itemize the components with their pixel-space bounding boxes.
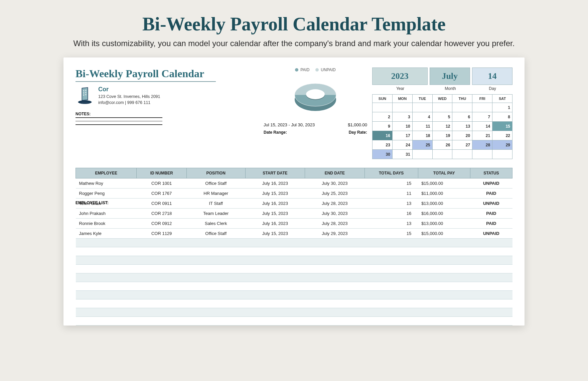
- cell-start[interactable]: July 15, 2023: [245, 188, 305, 199]
- calendar-cell[interactable]: 25: [412, 140, 432, 150]
- calendar-cell[interactable]: 21: [472, 131, 492, 140]
- cell-days[interactable]: 11: [364, 188, 418, 199]
- calendar-cell[interactable]: 13: [452, 122, 472, 131]
- table-row[interactable]: Torn FurlanCOR 0911IT StaffJuly 16, 2023…: [76, 199, 512, 209]
- calendar-cell[interactable]: [412, 103, 432, 112]
- cell-status[interactable]: UNPAID: [470, 178, 512, 188]
- employee-table[interactable]: EMPLOYEEID NUMBERPOSITIONSTART DATEEND D…: [76, 168, 512, 326]
- calendar-cell[interactable]: [432, 103, 452, 112]
- calendar-cell[interactable]: [412, 150, 432, 159]
- table-row[interactable]: Ronnie BrookCOR 0912Sales ClerkJuly 16, …: [76, 219, 512, 229]
- cell-end[interactable]: July 30, 2023: [305, 178, 365, 188]
- calendar-cell[interactable]: [432, 150, 452, 159]
- calendar-cell[interactable]: [452, 103, 472, 112]
- cell-pay[interactable]: $15,000.00: [418, 178, 470, 188]
- cell-position[interactable]: HR Manager: [186, 188, 245, 199]
- cell-status[interactable]: UNPAID: [470, 229, 512, 239]
- cell-id[interactable]: COR 0911: [137, 199, 186, 209]
- cell-days[interactable]: 15: [364, 229, 418, 239]
- cell-days[interactable]: 16: [364, 209, 418, 219]
- cell-status[interactable]: PAID: [470, 219, 512, 229]
- cell-position[interactable]: IT Staff: [186, 199, 245, 209]
- cell-start[interactable]: July 16, 2023: [245, 199, 305, 209]
- table-row[interactable]: [76, 247, 512, 256]
- cell-days[interactable]: 13: [364, 219, 418, 229]
- calendar-cell[interactable]: 9: [373, 122, 393, 131]
- cell-pay[interactable]: $16,000.00: [418, 209, 470, 219]
- column-header[interactable]: STATUS: [470, 168, 512, 178]
- cell-position[interactable]: Team Leader: [186, 209, 245, 219]
- cell-employee[interactable]: Mathew Roy: [76, 178, 137, 188]
- table-row[interactable]: John PrakashCOR 2718Team LeaderJuly 15, …: [76, 209, 512, 219]
- table-row[interactable]: [76, 308, 512, 317]
- table-row[interactable]: [76, 265, 512, 273]
- calendar-cell[interactable]: [492, 150, 512, 159]
- cell-end[interactable]: July 25, 2023: [305, 188, 365, 199]
- calendar-cell[interactable]: 7: [472, 112, 492, 122]
- column-header[interactable]: START DATE: [245, 168, 305, 178]
- cell-days[interactable]: 13: [364, 199, 418, 209]
- calendar-cell[interactable]: 20: [452, 131, 472, 140]
- calendar-cell[interactable]: 5: [432, 112, 452, 122]
- cell-start[interactable]: July 16, 2023: [245, 178, 305, 188]
- calendar-cell[interactable]: 12: [432, 122, 452, 131]
- cell-position[interactable]: Office Staff: [186, 178, 245, 188]
- cell-employee[interactable]: James Kyle: [76, 229, 137, 239]
- notes-line[interactable]: [76, 124, 162, 125]
- column-header[interactable]: ID NUMBER: [137, 168, 186, 178]
- table-row[interactable]: [76, 317, 512, 326]
- cell-end[interactable]: July 28, 2023: [305, 219, 365, 229]
- calendar-cell[interactable]: 1: [492, 103, 512, 112]
- calendar-cell[interactable]: 8: [492, 112, 512, 122]
- cell-id[interactable]: COR 1001: [137, 178, 186, 188]
- cell-pay[interactable]: $13,000.00: [418, 219, 470, 229]
- cell-end[interactable]: July 29, 2023: [305, 229, 365, 239]
- cell-id[interactable]: COR 0912: [137, 219, 186, 229]
- calendar-cell[interactable]: 15: [492, 122, 512, 131]
- cell-id[interactable]: COR 1767: [137, 188, 186, 199]
- cell-days[interactable]: 15: [364, 178, 418, 188]
- calendar-cell[interactable]: [373, 103, 393, 112]
- calendar-cell[interactable]: [472, 150, 492, 159]
- table-row[interactable]: James KyleCOR 1129Office StaffJuly 15, 2…: [76, 229, 512, 239]
- calendar-cell[interactable]: [472, 103, 492, 112]
- calendar-cell[interactable]: 10: [392, 122, 412, 131]
- table-row[interactable]: [76, 239, 512, 247]
- cell-status[interactable]: PAID: [470, 209, 512, 219]
- calendar-cell[interactable]: 14: [472, 122, 492, 131]
- cell-position[interactable]: Sales Clerk: [186, 219, 245, 229]
- calendar-cell[interactable]: 16: [373, 131, 393, 140]
- month-box[interactable]: July: [430, 68, 470, 85]
- year-box[interactable]: 2023: [372, 68, 428, 85]
- table-row[interactable]: [76, 299, 512, 308]
- calendar-cell[interactable]: 26: [432, 140, 452, 150]
- cell-pay[interactable]: $11,000.00: [418, 188, 470, 199]
- calendar-cell[interactable]: 28: [472, 140, 492, 150]
- calendar-cell[interactable]: 22: [492, 131, 512, 140]
- cell-start[interactable]: July 15, 2023: [245, 209, 305, 219]
- calendar-cell[interactable]: 3: [392, 112, 412, 122]
- notes-line[interactable]: [76, 121, 162, 122]
- calendar-cell[interactable]: 6: [452, 112, 472, 122]
- calendar-cell[interactable]: 2: [373, 112, 393, 122]
- column-header[interactable]: EMPLOYEE: [76, 168, 137, 178]
- calendar-cell[interactable]: 18: [412, 131, 432, 140]
- table-row[interactable]: [76, 291, 512, 299]
- calendar-cell[interactable]: 27: [452, 140, 472, 150]
- calendar-cell[interactable]: [452, 150, 472, 159]
- cell-employee[interactable]: John Prakash: [76, 209, 137, 219]
- calendar-cell[interactable]: 11: [412, 122, 432, 131]
- table-row[interactable]: [76, 282, 512, 291]
- calendar-cell[interactable]: [392, 103, 412, 112]
- cell-position[interactable]: Office Staff: [186, 229, 245, 239]
- column-header[interactable]: TOTAL PAY: [418, 168, 470, 178]
- table-row[interactable]: Rogger PengCOR 1767HR ManagerJuly 15, 20…: [76, 188, 512, 199]
- cell-status[interactable]: PAID: [470, 188, 512, 199]
- cell-id[interactable]: COR 1129: [137, 229, 186, 239]
- calendar-cell[interactable]: 17: [392, 131, 412, 140]
- table-row[interactable]: Mathew RoyCOR 1001Office StaffJuly 16, 2…: [76, 178, 512, 188]
- column-header[interactable]: POSITION: [186, 168, 245, 178]
- calendar-cell[interactable]: 4: [412, 112, 432, 122]
- cell-employee[interactable]: Ronnie Brook: [76, 219, 137, 229]
- cell-start[interactable]: July 16, 2023: [245, 219, 305, 229]
